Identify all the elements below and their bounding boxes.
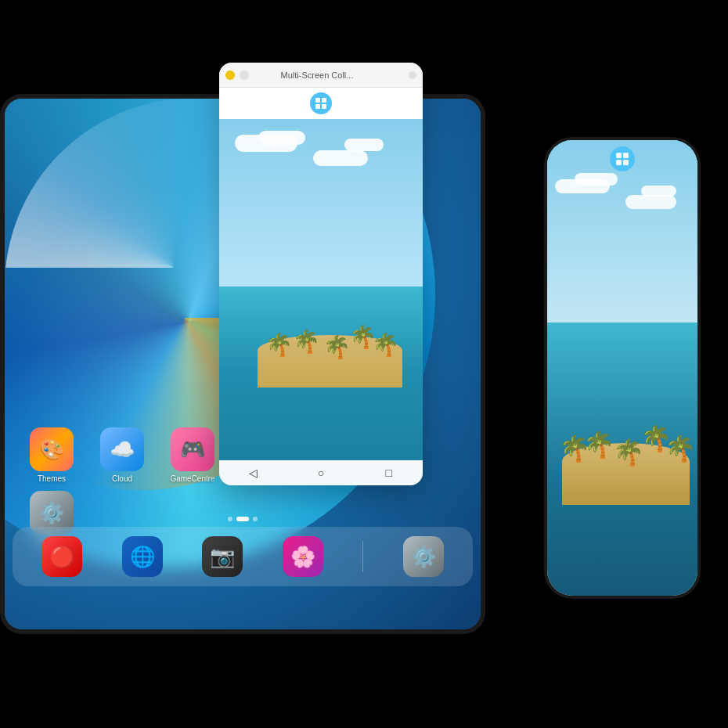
floating-window: Multi-Screen Coll... 🌴 🌴 🌴 🌴 🌴 (219, 63, 423, 485)
svg-rect-3 (322, 104, 326, 109)
window-indicator (310, 92, 332, 114)
tablet-dock: 🔴 🌐 📷 🌸 ⚙️ (13, 527, 473, 586)
phone-cloud-2 (575, 173, 618, 186)
phone-palm-5: 🌴 (665, 434, 696, 463)
svg-rect-6 (616, 160, 622, 165)
phone-multiscreen-icon (615, 152, 629, 166)
app-themes[interactable]: 🎨 Themes (20, 427, 83, 483)
window-nav-bar: ◁ ○ □ (219, 460, 423, 485)
svg-rect-0 (315, 98, 320, 103)
cloud-4 (344, 139, 384, 151)
cloud-2 (258, 131, 305, 145)
phone-island: 🌴 🌴 🌴 🌴 🌴 (547, 300, 697, 505)
nav-recent-btn[interactable]: □ (381, 465, 397, 481)
dock-gallery[interactable]: 🌸 (283, 536, 323, 577)
palm-3: 🌴 (323, 334, 351, 360)
window-titlebar: Multi-Screen Coll... (219, 63, 423, 88)
window-title: Multi-Screen Coll... (230, 70, 404, 80)
palm-2: 🌴 (293, 329, 320, 355)
cloud-icon-img: ☁️ (100, 427, 144, 471)
svg-rect-5 (623, 153, 629, 158)
phone-wallpaper: 🌴 🌴 🌴 🌴 🌴 (547, 140, 697, 596)
palm-1: 🌴 (265, 332, 293, 358)
dock-red[interactable]: 🔴 (41, 536, 82, 577)
nav-home-btn[interactable]: ○ (313, 465, 329, 481)
nav-back-btn[interactable]: ◁ (245, 465, 261, 481)
dock-browser[interactable]: 🌐 (122, 536, 163, 577)
cloud-3 (313, 150, 368, 166)
themes-icon-img: 🎨 (30, 427, 74, 471)
svg-rect-2 (315, 104, 320, 109)
app-cloud[interactable]: ☁️ Cloud (91, 427, 153, 483)
game-icon-img: 🎮 (171, 427, 214, 471)
svg-rect-1 (322, 98, 326, 103)
themes-label: Themes (38, 474, 66, 483)
dot-1 (228, 517, 232, 521)
dot-3 (253, 517, 258, 521)
dock-camera[interactable]: 📷 (202, 536, 243, 577)
app-gamecentre[interactable]: 🎮 GameCentre (161, 427, 224, 483)
phone-indicator (610, 146, 635, 171)
page-dots (228, 517, 258, 521)
phone-cloud-4 (641, 186, 676, 196)
svg-rect-7 (623, 160, 629, 165)
svg-rect-4 (616, 153, 622, 158)
phone-cloud-3 (625, 195, 676, 209)
cloud-label: Cloud (112, 474, 132, 483)
dot-2 (236, 517, 249, 521)
fw-island: 🌴 🌴 🌴 🌴 🌴 (250, 238, 402, 387)
phone-device: 🌴 🌴 🌴 🌴 🌴 (544, 137, 701, 599)
game-label: GameCentre (170, 474, 214, 483)
phone-palm-2: 🌴 (583, 430, 614, 460)
dock-settings[interactable]: ⚙️ (403, 536, 444, 577)
phone-screen: 🌴 🌴 🌴 🌴 🌴 (547, 140, 697, 596)
palm-5: 🌴 (372, 332, 399, 358)
dock-divider (362, 541, 363, 572)
multiscreen-icon (315, 97, 327, 110)
window-content: 🌴 🌴 🌴 🌴 🌴 (219, 119, 423, 485)
window-close-btn[interactable] (409, 71, 416, 79)
